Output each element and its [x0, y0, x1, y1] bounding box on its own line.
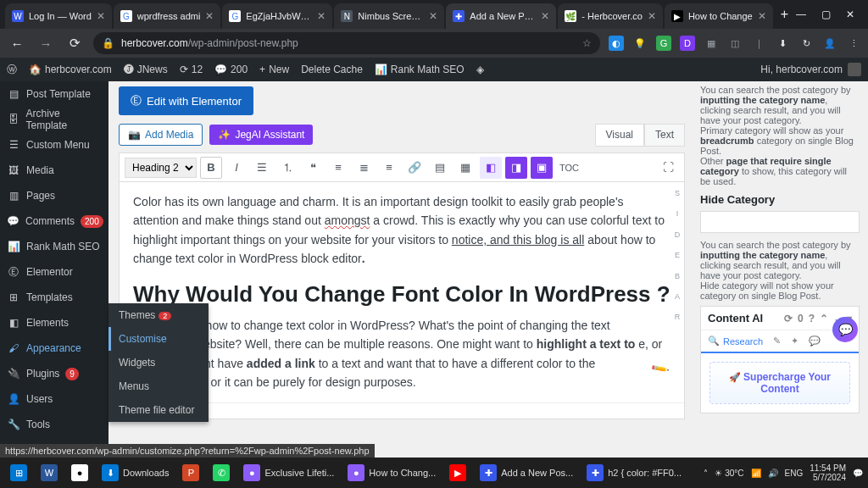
sidebar-item[interactable]: 🔌Plugins9 [0, 361, 108, 386]
browser-tab[interactable]: ▶How to Change✕ [665, 3, 773, 29]
ext-icon[interactable]: G [656, 36, 671, 51]
jnews-menu[interactable]: 🅙 JNews [124, 64, 168, 75]
updates-link[interactable]: ⟳ 12 [180, 64, 203, 75]
ext-icon[interactable]: ◐ [609, 36, 624, 51]
clock[interactable]: 11:54 PM5/7/2024 [810, 463, 846, 482]
flyout-item[interactable]: Menus [108, 374, 209, 398]
shortcode-button[interactable]: ▦ [454, 157, 476, 179]
format-select[interactable]: Heading 2 [125, 158, 197, 178]
ext-icon[interactable]: ▦ [704, 36, 719, 51]
help-icon[interactable]: ? [809, 313, 815, 324]
taskbar-app[interactable]: ●How to Chang... [342, 461, 441, 485]
ext-icon[interactable]: ｜ [751, 36, 766, 51]
close-icon[interactable]: ✕ [758, 10, 766, 22]
align-right-button[interactable]: ≡ [378, 157, 400, 179]
menu-icon[interactable]: ⋮ [846, 36, 861, 51]
sidebar-item[interactable]: 💬Comments200 [0, 208, 108, 234]
refresh-icon[interactable]: ⟳ [784, 313, 793, 324]
flyout-item[interactable]: Theme file editor [108, 398, 209, 422]
notifications-icon[interactable]: 💬 [853, 469, 863, 478]
close-icon[interactable]: ✕ [97, 10, 105, 22]
browser-tab[interactable]: Gwprdfress admi✕ [114, 3, 221, 29]
close-icon[interactable]: ✕ [205, 10, 214, 22]
tab-research[interactable]: 🔍 Research [708, 336, 763, 347]
supercharge-cta[interactable]: 🚀 Supercharge Your Content [709, 362, 850, 404]
flyout-item[interactable]: Widgets [108, 351, 209, 374]
bookmark-star-icon[interactable]: ☆ [582, 37, 592, 49]
ext-icon[interactable]: D [680, 36, 695, 51]
bullet-list-button[interactable]: ☰ [251, 157, 273, 179]
volume-icon[interactable]: 🔊 [768, 469, 778, 478]
window-maximize[interactable]: ▢ [821, 8, 831, 20]
tab-chat[interactable]: 💬 [809, 336, 821, 347]
taskbar-app[interactable]: ⊞ [5, 461, 32, 485]
quote-button[interactable]: ❝ [302, 157, 324, 179]
align-left-button[interactable]: ≡ [327, 157, 349, 179]
history-icon[interactable]: ↻ [798, 36, 814, 51]
new-content[interactable]: + New [259, 64, 289, 75]
new-tab-button[interactable]: + [775, 3, 794, 26]
sidebar-item[interactable]: 🖼Media [0, 158, 108, 183]
wp-logo[interactable]: ⓦ [7, 63, 17, 77]
browser-tab[interactable]: WLog In — Word✕ [5, 3, 112, 29]
greeting[interactable]: Hi, herbcover.com [760, 64, 843, 75]
edit-elementor-button[interactable]: Ⓔ Edit with Elementor [119, 86, 253, 115]
sidebar-item[interactable]: 🔧Tools [0, 412, 108, 437]
close-icon[interactable]: ✕ [317, 10, 326, 22]
chevron-up-icon[interactable]: ⌃ [820, 313, 828, 324]
readmore-button[interactable]: ▤ [429, 157, 451, 179]
download-icon[interactable]: ⬇ [775, 36, 790, 51]
taskbar-app[interactable]: ● [66, 461, 93, 485]
tab-ai[interactable]: ✦ [791, 336, 798, 347]
jeg-button-1[interactable]: ◧ [480, 157, 502, 179]
taskbar-app[interactable]: ✚h2 { color: #FF0... [581, 461, 687, 485]
sidebar-item[interactable]: 👤Users [0, 386, 108, 412]
link-button[interactable]: 🔗 [403, 157, 426, 179]
delete-cache[interactable]: Delete Cache [301, 64, 363, 75]
flyout-item[interactable]: Themes2 [108, 303, 209, 327]
avatar[interactable] [848, 63, 861, 76]
toc-button[interactable]: TOC [556, 157, 582, 179]
sidebar-item[interactable]: ▥Pages [0, 183, 108, 208]
unknown-menu[interactable]: ◈ [476, 64, 484, 75]
bold-button[interactable]: B [200, 157, 222, 179]
close-icon[interactable]: ✕ [648, 10, 656, 22]
jeg-button-2[interactable]: ◨ [505, 157, 527, 179]
chat-bubble-icon[interactable]: 💬 [832, 317, 858, 342]
browser-tab[interactable]: 🌿- Herbcover.co✕ [558, 3, 663, 29]
url-input[interactable]: 🔒 herbcover.com/wp-admin/post-new.php ☆ [93, 32, 600, 54]
reload-button[interactable]: ⟳ [64, 33, 85, 53]
window-close[interactable]: ✕ [846, 8, 854, 20]
taskbar-app[interactable]: ●Exclusive Lifeti... [238, 461, 339, 485]
taskbar-app[interactable]: ▶ [444, 461, 471, 485]
sidebar-item[interactable]: ▤Post Template [0, 81, 108, 107]
ext-icon[interactable]: 💡 [632, 36, 648, 51]
sidebar-item[interactable]: ☰Custom Menu [0, 132, 108, 158]
browser-tab[interactable]: NNimbus Screens✕ [334, 3, 444, 29]
taskbar-app[interactable]: P [177, 461, 204, 485]
sidebar-item[interactable]: ⊞Templates [0, 285, 108, 310]
flyout-item[interactable]: Customise [108, 327, 209, 351]
sidebar-item[interactable]: 🖌Appearance [0, 336, 108, 361]
window-minimize[interactable]: — [796, 8, 806, 20]
comments-link[interactable]: 💬 200 [214, 64, 248, 75]
browser-tab[interactable]: GEgZjaHJvbWUq✕ [222, 3, 332, 29]
rankmath-menu[interactable]: 📊 Rank Math SEO [375, 64, 465, 75]
italic-button[interactable]: I [225, 157, 248, 179]
profile-icon[interactable]: 👤 [822, 36, 837, 51]
taskbar-app[interactable]: ✚Add a New Pos... [475, 461, 578, 485]
sidebar-item[interactable]: ⒺElementor [0, 259, 108, 285]
back-button[interactable]: ← [7, 33, 27, 53]
ext-icon[interactable]: ◫ [727, 36, 743, 51]
taskbar-app[interactable]: W [36, 461, 63, 485]
add-media-button[interactable]: 📷 Add Media [119, 124, 203, 146]
sidebar-item[interactable]: ◧Elements [0, 310, 108, 336]
jeg-button-3[interactable]: ▣ [531, 157, 553, 179]
tab-text[interactable]: Text [644, 124, 685, 146]
wifi-icon[interactable]: 📶 [751, 469, 761, 478]
close-icon[interactable]: ✕ [429, 10, 437, 22]
tab-write[interactable]: ✎ [773, 336, 781, 347]
forward-button[interactable]: → [36, 33, 56, 53]
sidebar-item[interactable]: 📊Rank Math SEO [0, 234, 108, 259]
tab-visual[interactable]: Visual [595, 124, 644, 146]
